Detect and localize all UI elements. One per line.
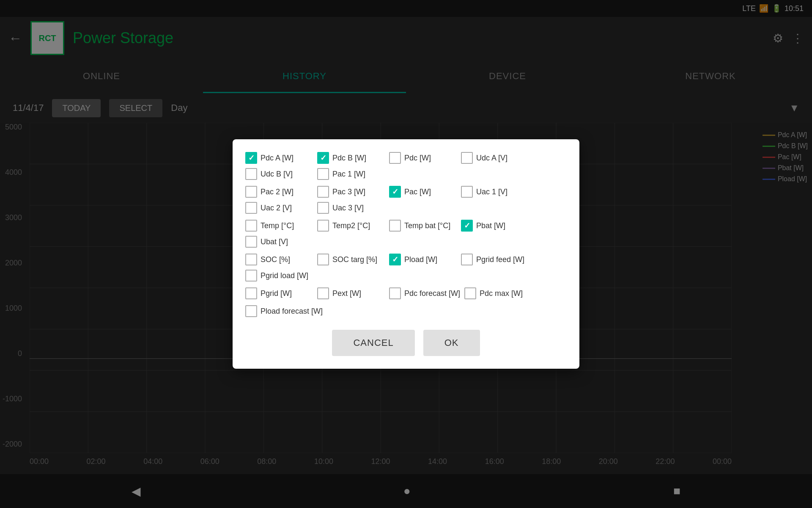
checkbox-label-pdc_b: Pdc B [W]: [332, 154, 366, 163]
checkbox-label-pdcmax: Pdc max [W]: [480, 289, 523, 298]
checkbox-label-soctarg: SOC targ [%]: [332, 255, 377, 264]
checkbox-label-pload: Pload [W]: [404, 255, 437, 264]
checkbox-temp[interactable]: [245, 220, 257, 232]
checkbox-item-pext: Pext [W]: [317, 287, 385, 299]
checkbox-label-pac1: Pac 1 [W]: [332, 170, 365, 179]
checkbox-uac3[interactable]: [317, 202, 329, 214]
checkbox-item-pdc_a: Pdc A [W]: [245, 152, 313, 164]
checkbox-label-uac2: Uac 2 [V]: [261, 204, 292, 213]
checkbox-item-pac: Pac [W]: [389, 186, 457, 198]
dialog-buttons: CANCEL OK: [245, 330, 567, 356]
checkbox-label-pdc: Pdc [W]: [404, 154, 431, 163]
checkbox-label-soc: SOC [%]: [261, 255, 290, 264]
checkbox-label-ploadforecast: Pload forecast [W]: [261, 307, 323, 316]
checkbox-label-pdc_a: Pdc A [W]: [261, 154, 294, 163]
checkbox-pdcmax[interactable]: [464, 287, 476, 299]
checkbox-item-pload: Pload [W]: [389, 254, 457, 265]
ok-button[interactable]: OK: [423, 330, 480, 356]
checkbox-item-pdcforecast: Pdc forecast [W]: [389, 287, 460, 299]
checkbox-item-soc: SOC [%]: [245, 254, 313, 265]
checkbox-item-pac1: Pac 1 [W]: [317, 168, 385, 180]
checkbox-row-3: SOC [%]SOC targ [%]Pload [W]Pgrid feed […: [245, 254, 567, 282]
checkbox-uac2[interactable]: [245, 202, 257, 214]
checkbox-pdc[interactable]: [389, 152, 401, 164]
checkbox-row-2: Temp [°C]Temp2 [°C]Temp bat [°C]Pbat [W]…: [245, 220, 567, 248]
checkbox-pload[interactable]: [389, 254, 401, 265]
checkbox-udc_a[interactable]: [461, 152, 473, 164]
checkbox-item-pdcmax: Pdc max [W]: [464, 287, 532, 299]
checkbox-item-temp2: Temp2 [°C]: [317, 220, 385, 232]
checkbox-item-temp: Temp [°C]: [245, 220, 313, 232]
checkbox-pdc_a[interactable]: [245, 152, 257, 164]
checkbox-label-temp: Temp [°C]: [261, 221, 294, 230]
checkbox-label-pgridfeed: Pgrid feed [W]: [476, 255, 524, 264]
dialog-overlay: Pdc A [W]Pdc B [W]Pdc [W]Udc A [V]Udc B …: [0, 0, 812, 508]
checkbox-pgridload[interactable]: [245, 270, 257, 282]
checkbox-ploadforecast[interactable]: [245, 305, 257, 317]
checkbox-item-pdc_b: Pdc B [W]: [317, 152, 385, 164]
checkbox-pdc_b[interactable]: [317, 152, 329, 164]
checkbox-label-tempbat: Temp bat [°C]: [404, 221, 450, 230]
checkbox-temp2[interactable]: [317, 220, 329, 232]
checkbox-label-pbat: Pbat [W]: [476, 221, 505, 230]
checkbox-item-uac2: Uac 2 [V]: [245, 202, 313, 214]
checkbox-udc_b[interactable]: [245, 168, 257, 180]
checkbox-label-pgridload: Pgrid load [W]: [261, 271, 308, 280]
checkbox-item-soctarg: SOC targ [%]: [317, 254, 385, 265]
checkbox-tempbat[interactable]: [389, 220, 401, 232]
checkbox-label-temp2: Temp2 [°C]: [332, 221, 370, 230]
checkbox-label-pdcforecast: Pdc forecast [W]: [404, 289, 460, 298]
checkbox-label-pac3: Pac 3 [W]: [332, 188, 365, 196]
checkbox-item-ubat: Ubat [V]: [245, 236, 313, 248]
checkbox-item-tempbat: Temp bat [°C]: [389, 220, 457, 232]
checkbox-pgrid[interactable]: [245, 287, 257, 299]
checkbox-pext[interactable]: [317, 287, 329, 299]
checkbox-item-udc_b: Udc B [V]: [245, 168, 313, 180]
checkbox-item-pac3: Pac 3 [W]: [317, 186, 385, 198]
checkbox-pbat[interactable]: [461, 220, 473, 232]
checkbox-row-4: Pgrid [W]Pext [W]Pdc forecast [W]Pdc max…: [245, 287, 567, 299]
checkbox-label-uac1: Uac 1 [V]: [476, 188, 508, 196]
cancel-button[interactable]: CANCEL: [332, 330, 414, 356]
checkbox-item-pdc: Pdc [W]: [389, 152, 457, 164]
checkbox-ubat[interactable]: [245, 236, 257, 248]
checkbox-pdcforecast[interactable]: [389, 287, 401, 299]
checkbox-item-pbat: Pbat [W]: [461, 220, 529, 232]
checkbox-item-uac3: Uac 3 [V]: [317, 202, 385, 214]
checkbox-item-pac2: Pac 2 [W]: [245, 186, 313, 198]
checkbox-label-pgrid: Pgrid [W]: [261, 289, 292, 298]
checkbox-label-uac3: Uac 3 [V]: [332, 204, 364, 213]
checkbox-pac2[interactable]: [245, 186, 257, 198]
checkbox-pac3[interactable]: [317, 186, 329, 198]
checkbox-label-ubat: Ubat [V]: [261, 237, 288, 246]
checkbox-row-0: Pdc A [W]Pdc B [W]Pdc [W]Udc A [V]Udc B …: [245, 152, 567, 180]
dialog: Pdc A [W]Pdc B [W]Pdc [W]Udc A [V]Udc B …: [233, 139, 579, 369]
checkbox-soctarg[interactable]: [317, 254, 329, 265]
checkbox-item-uac1: Uac 1 [V]: [461, 186, 529, 198]
checkbox-item-pgridload: Pgrid load [W]: [245, 270, 313, 282]
checkbox-uac1[interactable]: [461, 186, 473, 198]
checkbox-grid: Pdc A [W]Pdc B [W]Pdc [W]Udc A [V]Udc B …: [245, 152, 567, 317]
checkbox-item-udc_a: Udc A [V]: [461, 152, 529, 164]
checkbox-label-udc_b: Udc B [V]: [261, 170, 293, 179]
checkbox-label-udc_a: Udc A [V]: [476, 154, 508, 163]
checkbox-item-ploadforecast: Pload forecast [W]: [245, 305, 323, 317]
checkbox-soc[interactable]: [245, 254, 257, 265]
checkbox-pac[interactable]: [389, 186, 401, 198]
checkbox-item-pgrid: Pgrid [W]: [245, 287, 313, 299]
checkbox-pgridfeed[interactable]: [461, 254, 473, 265]
checkbox-item-pgridfeed: Pgrid feed [W]: [461, 254, 529, 265]
checkbox-label-pac: Pac [W]: [404, 188, 431, 196]
checkbox-label-pac2: Pac 2 [W]: [261, 188, 294, 196]
checkbox-pac1[interactable]: [317, 168, 329, 180]
checkbox-row-5: Pload forecast [W]: [245, 305, 567, 317]
checkbox-row-1: Pac 2 [W]Pac 3 [W]Pac [W]Uac 1 [V]Uac 2 …: [245, 186, 567, 214]
checkbox-label-pext: Pext [W]: [332, 289, 361, 298]
